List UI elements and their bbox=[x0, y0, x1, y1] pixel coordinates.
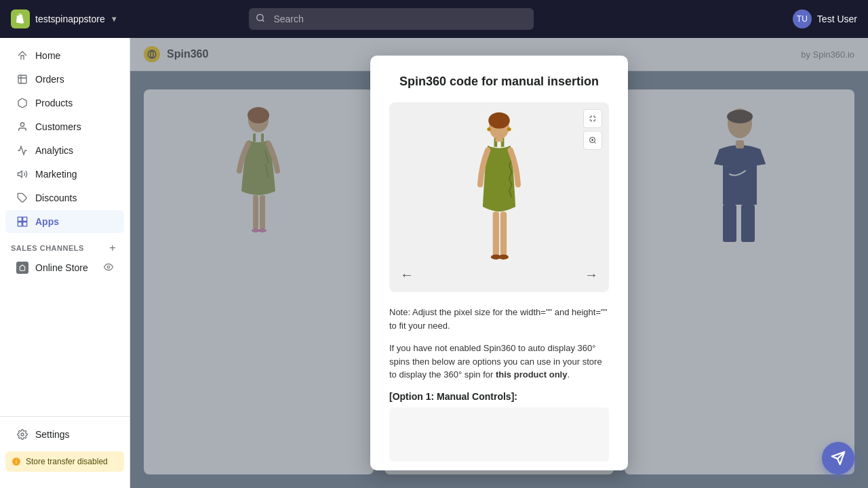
sidebar-item-label: Marketing bbox=[35, 169, 77, 180]
svg-rect-41 bbox=[500, 211, 507, 256]
code-block-1 bbox=[389, 407, 609, 462]
orders-icon bbox=[16, 73, 28, 85]
modal-note: Note: Adjust the pixel size for the widt… bbox=[389, 306, 609, 332]
svg-point-36 bbox=[507, 127, 511, 131]
svg-rect-5 bbox=[18, 217, 22, 221]
marketing-icon bbox=[16, 168, 28, 180]
svg-rect-1 bbox=[18, 75, 26, 83]
discounts-icon bbox=[16, 192, 28, 204]
svg-point-35 bbox=[487, 127, 491, 131]
svg-point-2 bbox=[20, 123, 24, 126]
svg-point-34 bbox=[488, 113, 510, 129]
sidebar-bottom: Settings i Store transfer disabled bbox=[0, 416, 130, 488]
channel-left: Online Store bbox=[16, 262, 88, 274]
sidebar-item-label: Orders bbox=[35, 74, 64, 85]
modal-title: Spin360 code for manual insertion bbox=[389, 75, 609, 89]
fab-button[interactable] bbox=[822, 442, 854, 474]
option1-label: [Option 1: Manual Controls]: bbox=[389, 391, 609, 402]
home-icon bbox=[16, 49, 28, 62]
avatar: TU bbox=[793, 9, 812, 28]
modal-dialog: Spin360 code for manual insertion bbox=[370, 56, 628, 470]
sidebar-item-label: Home bbox=[35, 50, 60, 61]
svg-marker-3 bbox=[18, 171, 22, 177]
sidebar-item-label: Apps bbox=[35, 216, 59, 227]
search-container bbox=[249, 8, 534, 30]
svg-rect-39 bbox=[495, 138, 502, 142]
store-logo-button[interactable]: testspinappstore ▾ bbox=[11, 9, 116, 28]
sidebar-item-label: Products bbox=[35, 98, 73, 108]
sidebar-item-label: Customers bbox=[35, 121, 81, 132]
sidebar-item-settings[interactable]: Settings bbox=[5, 423, 124, 446]
modal-this-product: this product only bbox=[496, 369, 567, 380]
collapse-button[interactable] bbox=[583, 109, 602, 128]
user-name: Test User bbox=[817, 14, 857, 24]
shopify-icon bbox=[11, 9, 30, 28]
store-transfer-text: Store transfer disabled bbox=[26, 457, 108, 466]
customers-icon bbox=[16, 121, 28, 133]
store-name: testspinappstore bbox=[35, 14, 105, 24]
online-store-icon bbox=[16, 262, 28, 274]
modal-overlay[interactable]: Spin360 code for manual insertion bbox=[130, 38, 868, 488]
store-chevron-icon: ▾ bbox=[112, 14, 116, 24]
layout: Home Orders Products Customers bbox=[0, 38, 868, 488]
products-icon bbox=[16, 97, 28, 109]
user-menu[interactable]: TU Test User bbox=[793, 9, 857, 28]
zoom-button[interactable] bbox=[583, 131, 602, 150]
sidebar-item-discounts[interactable]: Discounts bbox=[5, 186, 124, 209]
modal-preview: ← → bbox=[389, 102, 609, 292]
sidebar-item-customers[interactable]: Customers bbox=[5, 115, 124, 138]
info-icon: i bbox=[12, 458, 20, 466]
sidebar-item-home[interactable]: Home bbox=[5, 44, 124, 67]
sales-channels-header: SALES CHANNELS + bbox=[0, 234, 130, 257]
sidebar-item-apps[interactable]: Apps bbox=[5, 210, 124, 233]
main-content: Spin360 by Spin360.io bbox=[130, 38, 868, 488]
eye-icon[interactable] bbox=[104, 262, 113, 274]
svg-rect-6 bbox=[23, 217, 27, 221]
search-icon bbox=[256, 14, 265, 25]
sidebar-item-label: Discounts bbox=[35, 192, 77, 203]
modal-controls bbox=[583, 109, 602, 150]
svg-point-9 bbox=[107, 266, 110, 268]
arrow-right-button[interactable]: → bbox=[585, 267, 598, 283]
topbar: testspinappstore ▾ TU Test User bbox=[0, 0, 868, 38]
modal-product-preview bbox=[458, 109, 540, 285]
svg-rect-40 bbox=[493, 211, 499, 256]
svg-rect-8 bbox=[23, 222, 27, 226]
sidebar-nav: Home Orders Products Customers bbox=[0, 38, 130, 416]
add-channel-button[interactable]: + bbox=[106, 242, 119, 254]
sidebar-item-online-store[interactable]: Online Store bbox=[5, 258, 124, 278]
settings-label: Settings bbox=[35, 429, 70, 440]
modal-arrows: ← → bbox=[389, 267, 609, 283]
svg-point-43 bbox=[498, 255, 509, 260]
sidebar: Home Orders Products Customers bbox=[0, 38, 130, 488]
arrow-left-button[interactable]: ← bbox=[400, 267, 414, 283]
search-input[interactable] bbox=[249, 8, 534, 30]
sidebar-item-products[interactable]: Products bbox=[5, 92, 124, 115]
store-transfer-banner: i Store transfer disabled bbox=[5, 451, 124, 472]
sidebar-item-marketing[interactable]: Marketing bbox=[5, 163, 124, 186]
apps-icon bbox=[16, 216, 28, 228]
svg-rect-7 bbox=[18, 222, 22, 226]
svg-point-0 bbox=[257, 14, 263, 20]
modal-para: If you have not enabled Spin360 to auto … bbox=[389, 342, 609, 382]
analytics-icon bbox=[16, 144, 28, 157]
channel-label: Online Store bbox=[35, 262, 88, 273]
sidebar-item-analytics[interactable]: Analytics bbox=[5, 139, 124, 162]
sales-channels-label: SALES CHANNELS bbox=[11, 244, 84, 252]
sidebar-item-orders[interactable]: Orders bbox=[5, 68, 124, 91]
svg-point-10 bbox=[21, 433, 24, 436]
sidebar-item-label: Analytics bbox=[35, 145, 73, 156]
settings-icon bbox=[16, 428, 28, 441]
